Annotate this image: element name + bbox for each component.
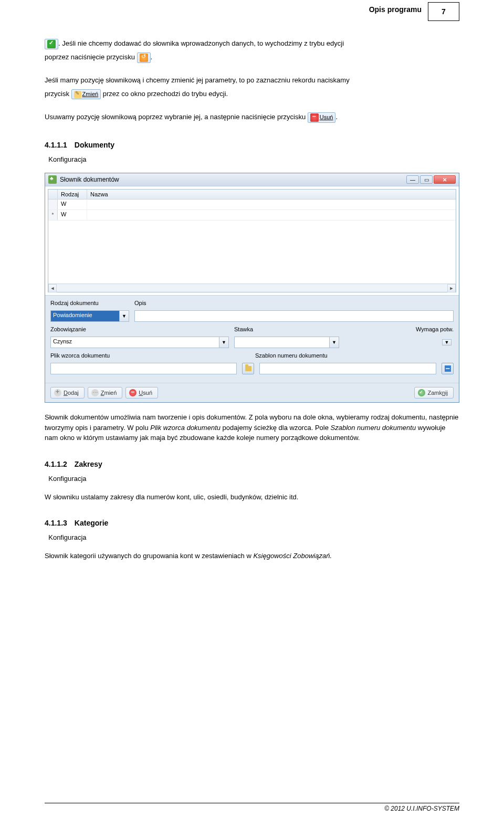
edit-icon: [91, 389, 99, 396]
page-number: 7: [428, 2, 459, 21]
zmien-button[interactable]: Zmień: [88, 387, 123, 399]
stawka-combo[interactable]: ▼: [234, 337, 339, 348]
scroll-right-icon[interactable]: ►: [447, 284, 456, 292]
label-plik-wzorca: Plik wzorca dokumentu: [50, 352, 250, 359]
zamknij-button[interactable]: Zamknij: [414, 387, 454, 399]
bottom-toolbar: DDodajodaj Zmień Usuń Zamknij: [45, 383, 459, 402]
zobowiazanie-combo[interactable]: Czynsz ▼: [50, 337, 229, 348]
titlebar: Słownik dokumentów — ▭ ✕: [45, 173, 459, 186]
dodaj-button[interactable]: DDodajodaj: [50, 387, 85, 399]
ok-icon: [418, 389, 425, 396]
dictionary-window: Słownik dokumentów — ▭ ✕ Rodzaj Nazwa W: [45, 173, 459, 403]
section-4112-heading: 4.1.1.2Zakresy: [45, 460, 459, 468]
minus-icon: [310, 113, 319, 122]
rodzaj-dokumentu-combo[interactable]: Powiadomienie ▼: [50, 310, 129, 322]
zmien-button-inline[interactable]: Zmień: [71, 89, 101, 99]
description-kategorie: Słownik kategorii używanych do grupowani…: [45, 551, 459, 561]
col-rodzaj[interactable]: Rodzaj: [58, 190, 87, 199]
paragraph-3: Usuwamy pozycję słownikową poprzez wybra…: [45, 110, 459, 124]
paragraph-1: . Jeśli nie chcemy dodawać do słownika w…: [45, 37, 459, 64]
folder-icon: [245, 366, 251, 371]
confirm-button-inline[interactable]: [45, 39, 58, 49]
opis-input[interactable]: [134, 310, 454, 322]
app-icon: [48, 175, 57, 184]
usun-button[interactable]: Usuń: [125, 387, 158, 399]
usun-button-inline[interactable]: Usuń: [308, 112, 336, 123]
form-panel: Rodzaj dokumentu Opis Powiadomienie ▼ Zo…: [45, 295, 459, 383]
grid-icon: [445, 365, 451, 372]
chevron-down-icon[interactable]: ▼: [120, 310, 129, 322]
szablon-config-button[interactable]: [442, 363, 454, 374]
plik-wzorca-input[interactable]: [50, 363, 237, 374]
section-4111-heading: 4.1.1.1Dokumenty: [45, 141, 459, 149]
data-grid[interactable]: Rodzaj Nazwa W * W ◄ ►: [48, 189, 456, 292]
grid-row[interactable]: W: [48, 200, 456, 210]
minimize-button[interactable]: —: [406, 175, 419, 184]
pencil-icon: [74, 91, 81, 98]
section-4112-bullet: Konfiguracja: [45, 475, 459, 483]
section-4113-heading: 4.1.1.3Kategorie: [45, 519, 459, 527]
col-nazwa[interactable]: Nazwa: [87, 190, 456, 199]
label-szablon-numeru: Szablon numeru dokumentu: [255, 352, 454, 359]
window-title: Słownik dokumentów: [60, 176, 406, 183]
grid-row[interactable]: * W: [48, 210, 456, 221]
revert-icon: [140, 54, 148, 62]
plus-icon: [54, 389, 61, 396]
header-title: Opis programu: [369, 2, 422, 14]
wymaga-potw-combo[interactable]: ▼: [442, 339, 454, 345]
label-zobowiazanie: Zobowiązanie: [50, 326, 229, 332]
label-opis: Opis: [134, 300, 454, 306]
label-rodzaj-dokumentu: Rodzaj dokumentu: [50, 300, 129, 306]
label-wymaga-potw: Wymaga potw.: [344, 326, 454, 332]
maximize-button[interactable]: ▭: [420, 175, 433, 184]
scroll-left-icon[interactable]: ◄: [48, 284, 57, 292]
browse-file-button[interactable]: [242, 363, 254, 374]
horizontal-scrollbar[interactable]: ◄ ►: [48, 284, 456, 292]
close-button[interactable]: ✕: [434, 175, 456, 184]
revert-button-inline[interactable]: [137, 53, 151, 63]
delete-icon: [129, 389, 136, 396]
section-4111-bullet: Konfiguracja: [45, 155, 459, 163]
footer-copyright: © 2012 U.I.INFO-SYSTEM: [45, 803, 459, 812]
check-icon: [47, 40, 56, 48]
chevron-down-icon[interactable]: ▼: [219, 337, 229, 348]
section-4113-bullet: Konfiguracja: [45, 533, 459, 541]
label-stawka: Stawka: [234, 326, 339, 332]
chevron-down-icon[interactable]: ▼: [330, 337, 339, 348]
szablon-numeru-input[interactable]: [259, 363, 436, 374]
paragraph-2: Jeśli mamy pozycję słownikową i chcemy z…: [45, 74, 459, 101]
description-dokumenty: Słownik dokumentów umożliwia nam tworzen…: [45, 412, 459, 443]
chevron-down-icon: ▼: [442, 339, 452, 345]
description-zakresy: W słowniku ustalamy zakresy dla numerów …: [45, 492, 459, 502]
